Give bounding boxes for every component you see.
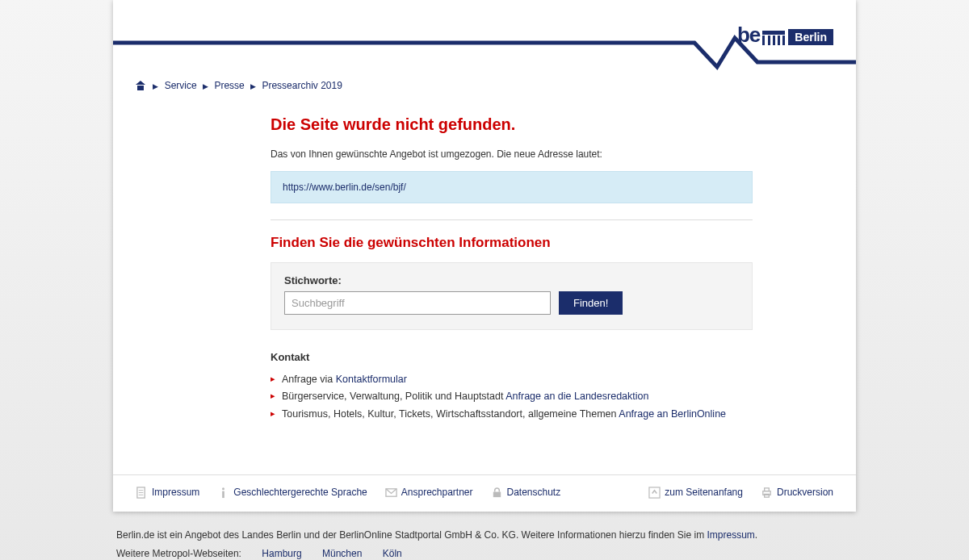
breadcrumb-item-presse[interactable]: Presse: [214, 80, 244, 91]
new-url-link[interactable]: https://www.berlin.de/sen/bjf/: [283, 182, 406, 193]
svg-rect-11: [765, 494, 770, 497]
mail-icon: [385, 487, 397, 499]
search-label: Stichworte:: [284, 274, 739, 286]
contact-list: Anfrage via Kontaktformular Bürgerservic…: [271, 371, 753, 423]
sub-footer-line1: Berlin.de ist ein Angebot des Landes Ber…: [116, 526, 853, 545]
contact-heading: Kontakt: [271, 351, 753, 363]
svg-rect-10: [765, 488, 770, 491]
home-icon: [136, 81, 145, 90]
main-content: Die Seite wurde nicht gefunden. Das von …: [113, 99, 775, 447]
footer-right: zum Seitenanfang Druckversion: [648, 487, 833, 499]
new-url-box: https://www.berlin.de/sen/bjf/: [271, 171, 753, 203]
search-input[interactable]: [284, 291, 551, 315]
contact-link-berlinonline[interactable]: Anfrage an BerlinOnline: [619, 408, 726, 420]
footer-ansprechpartner[interactable]: Ansprechpartner: [385, 487, 473, 499]
sub-footer: Berlin.de ist ein Angebot des Landes Ber…: [113, 512, 856, 560]
breadcrumb-item-pressearchiv[interactable]: Pressearchiv 2019: [262, 80, 342, 91]
list-item: Bürgerservice, Verwaltung, Politik und H…: [271, 388, 753, 405]
contact-prefix: Anfrage via: [282, 374, 336, 385]
list-item: Tourismus, Hotels, Kultur, Tickets, Wirt…: [271, 406, 753, 423]
breadcrumb-item-service[interactable]: Service: [165, 80, 197, 91]
footer-to-top[interactable]: zum Seitenanfang: [648, 487, 743, 499]
list-item: Anfrage via Kontaktformular: [271, 371, 753, 388]
breadcrumb-home[interactable]: [136, 80, 147, 91]
find-heading: Finden Sie die gewünschten Informationen: [271, 235, 753, 251]
divider: [271, 219, 753, 220]
page-title: Die Seite wurde nicht gefunden.: [271, 115, 753, 134]
footer-impressum[interactable]: Impressum: [136, 487, 199, 499]
svg-rect-5: [223, 491, 225, 497]
contact-prefix: Tourismus, Hotels, Kultur, Tickets, Wirt…: [282, 408, 619, 420]
arrow-up-icon: [648, 487, 661, 499]
footer-print[interactable]: Druckversion: [761, 487, 833, 499]
intro-text: Das von Ihnen gewünschte Angebot ist umg…: [271, 148, 753, 160]
find-button[interactable]: Finden!: [559, 291, 623, 315]
print-icon: [761, 487, 773, 499]
footer-datenschutz[interactable]: Datenschutz: [491, 487, 561, 499]
chevron-right-icon: ▶: [250, 82, 256, 90]
metro-link-hamburg[interactable]: Hamburg: [262, 548, 301, 559]
contact-prefix: Bürgerservice, Verwaltung, Politik und H…: [282, 391, 505, 402]
metros-label: Weitere Metropol-Webseiten:: [116, 548, 241, 559]
header: be Berlin: [113, 0, 856, 77]
search-box: Stichworte: Finden!: [271, 262, 753, 330]
breadcrumb: ▶ Service ▶ Presse ▶ Pressearchiv 2019: [113, 77, 856, 99]
footer-left: Impressum Geschlechtergerechte Sprache A…: [136, 487, 560, 499]
contact-link-landesredaktion[interactable]: Anfrage an die Landesredaktion: [505, 391, 648, 402]
chevron-right-icon: ▶: [203, 82, 208, 90]
footer-bar: Impressum Geschlechtergerechte Sprache A…: [113, 474, 856, 512]
chevron-right-icon: ▶: [153, 82, 158, 90]
header-divider-icon: [113, 36, 856, 69]
svg-rect-7: [493, 491, 500, 497]
lock-icon: [491, 487, 503, 499]
footer-geschlechtergerechte-sprache[interactable]: Geschlechtergerechte Sprache: [217, 487, 367, 499]
contact-link-kontaktformular[interactable]: Kontaktformular: [336, 374, 407, 385]
info-icon: [217, 487, 229, 499]
page-container: be Berlin ▶ Service ▶ Presse ▶ Pressearc…: [113, 0, 856, 512]
svg-rect-8: [649, 487, 660, 498]
metro-link-koeln[interactable]: Köln: [383, 548, 402, 559]
metro-link-muenchen[interactable]: München: [322, 548, 362, 559]
sub-footer-metros: Weitere Metropol-Webseiten: Hamburg Münc…: [116, 545, 853, 560]
svg-point-4: [222, 487, 224, 490]
document-icon: [136, 487, 148, 499]
sub-footer-impressum-link[interactable]: Impressum: [707, 529, 755, 541]
